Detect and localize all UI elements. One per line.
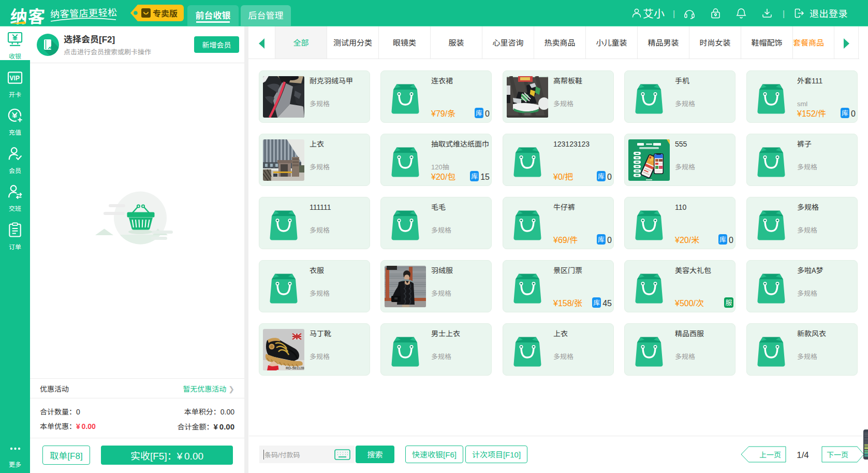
svg-text:下一页: 下一页 [827,449,848,460]
svg-text:VIP: VIP [9,75,20,82]
svg-text:上一页: 上一页 [759,449,781,460]
svg-text:专卖版: 专卖版 [153,7,178,19]
svg-text:RD-5811280: RD-5811280 [286,366,304,370]
